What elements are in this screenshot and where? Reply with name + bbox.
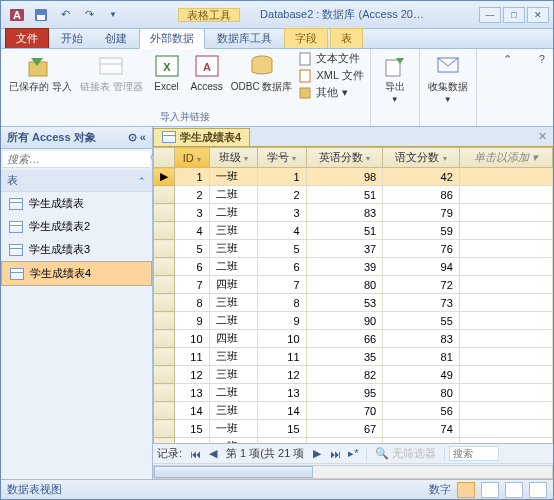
- column-header[interactable]: 班级 ▾: [209, 148, 258, 168]
- row-selector[interactable]: [154, 276, 175, 294]
- help-button[interactable]: ?: [539, 49, 553, 69]
- table-row[interactable]: 5三班53776: [154, 240, 553, 258]
- column-header[interactable]: 语文分数 ▾: [383, 148, 460, 168]
- column-header[interactable]: 英语分数 ▾: [306, 148, 383, 168]
- row-selector[interactable]: [154, 186, 175, 204]
- table-row[interactable]: 11三班113581: [154, 348, 553, 366]
- tab-home[interactable]: 开始: [51, 29, 93, 48]
- xml-file-icon: [298, 69, 312, 83]
- table-icon: [162, 131, 176, 143]
- table-row[interactable]: 15一班156774: [154, 420, 553, 438]
- nav-item[interactable]: 学生成绩表4: [1, 261, 152, 286]
- table-row[interactable]: 2二班25186: [154, 186, 553, 204]
- add-column-header[interactable]: 单击以添加 ▾: [459, 148, 552, 168]
- nav-search[interactable]: 🔍: [3, 151, 150, 168]
- column-header[interactable]: 学号 ▾: [258, 148, 307, 168]
- row-selector[interactable]: ▶: [154, 168, 175, 186]
- sql-view-button[interactable]: [505, 482, 523, 498]
- redo-icon[interactable]: ↷: [79, 5, 99, 25]
- table-row[interactable]: 14三班147056: [154, 402, 553, 420]
- collect-data-button[interactable]: 收集数据▼: [426, 51, 470, 107]
- app-window: A ↶ ↷ ▼ 表格工具 Database2 : 数据库 (Access 20……: [0, 0, 554, 500]
- datasheet[interactable]: ID ▾班级 ▾学号 ▾英语分数 ▾语文分数 ▾单击以添加 ▾▶1一班19842…: [153, 147, 553, 443]
- nav-item[interactable]: 学生成绩表2: [1, 215, 152, 238]
- nav-search-input[interactable]: [3, 151, 150, 167]
- tab-external-data[interactable]: 外部数据: [139, 28, 205, 49]
- design-view-button[interactable]: [481, 482, 499, 498]
- datasheet-view-button[interactable]: [457, 482, 475, 498]
- nav-item[interactable]: 学生成绩表3: [1, 238, 152, 261]
- svg-text:X: X: [163, 61, 171, 73]
- table-row[interactable]: ▶1一班19842: [154, 168, 553, 186]
- document-tab[interactable]: 学生成绩表4: [153, 128, 250, 146]
- tab-file[interactable]: 文件: [5, 28, 49, 48]
- xml-file-button[interactable]: XML 文件: [298, 68, 363, 83]
- new-record-button[interactable]: ▸*: [344, 447, 362, 460]
- row-selector[interactable]: [154, 402, 175, 420]
- record-search-input[interactable]: [449, 446, 499, 461]
- qat-dropdown-icon[interactable]: ▼: [103, 5, 123, 25]
- table-row[interactable]: 16一班166682: [154, 438, 553, 444]
- export-button[interactable]: 导出▼: [377, 51, 413, 107]
- column-header[interactable]: ID ▾: [175, 148, 210, 168]
- row-selector[interactable]: [154, 258, 175, 276]
- tab-fields[interactable]: 字段: [284, 28, 328, 48]
- nav-dropdown-icon[interactable]: ⊙ «: [128, 131, 146, 144]
- text-file-button[interactable]: 文本文件: [298, 51, 363, 66]
- access-app-icon[interactable]: A: [7, 5, 27, 25]
- table-row[interactable]: 10四班106683: [154, 330, 553, 348]
- tab-table[interactable]: 表: [330, 28, 363, 48]
- table-row[interactable]: 6二班63994: [154, 258, 553, 276]
- nav-header[interactable]: 所有 Access 对象⊙ «: [1, 127, 152, 149]
- table-row[interactable]: 4三班45159: [154, 222, 553, 240]
- row-selector[interactable]: [154, 438, 175, 444]
- ribbon-collapse-button[interactable]: ⌃: [495, 49, 520, 70]
- saved-imports-button[interactable]: 已保存的 导入: [7, 51, 74, 94]
- close-tab-button[interactable]: ✕: [532, 130, 553, 143]
- row-selector[interactable]: [154, 204, 175, 222]
- row-selector[interactable]: [154, 384, 175, 402]
- row-selector[interactable]: [154, 312, 175, 330]
- last-record-button[interactable]: ⏭: [326, 448, 344, 460]
- row-selector[interactable]: [154, 366, 175, 384]
- other-icon: [298, 86, 312, 100]
- tab-create[interactable]: 创建: [95, 29, 137, 48]
- row-selector[interactable]: [154, 348, 175, 366]
- table-row[interactable]: 13二班139580: [154, 384, 553, 402]
- linked-table-mgr-button[interactable]: 链接表 管理器: [78, 51, 145, 94]
- nav-item-label: 学生成绩表: [29, 196, 84, 211]
- next-record-button[interactable]: ▶: [308, 447, 326, 460]
- row-selector[interactable]: [154, 420, 175, 438]
- table-row[interactable]: 7四班78072: [154, 276, 553, 294]
- maximize-button[interactable]: □: [503, 7, 525, 23]
- excel-import-button[interactable]: XExcel: [149, 51, 185, 94]
- nav-group-tables[interactable]: 表⌃: [1, 170, 152, 192]
- row-selector[interactable]: [154, 330, 175, 348]
- minimize-button[interactable]: —: [479, 7, 501, 23]
- table-row[interactable]: 9二班99055: [154, 312, 553, 330]
- svg-text:A: A: [203, 61, 211, 73]
- save-icon[interactable]: [31, 5, 51, 25]
- other-import-button[interactable]: 其他 ▾: [298, 85, 363, 100]
- select-all-corner[interactable]: [154, 148, 175, 168]
- row-selector[interactable]: [154, 240, 175, 258]
- horizontal-scrollbar[interactable]: [153, 463, 553, 479]
- nav-item[interactable]: 学生成绩表: [1, 192, 152, 215]
- record-navigator: 记录: ⏮ ◀ 第 1 项(共 21 项 ▶ ⏭ ▸* 🔍 无筛选器: [153, 443, 553, 463]
- access-import-button[interactable]: AAccess: [189, 51, 225, 94]
- first-record-button[interactable]: ⏮: [186, 448, 204, 460]
- close-button[interactable]: ✕: [527, 7, 549, 23]
- table-row[interactable]: 8三班85373: [154, 294, 553, 312]
- layout-view-button[interactable]: [529, 482, 547, 498]
- table-icon: [9, 198, 23, 210]
- undo-icon[interactable]: ↶: [55, 5, 75, 25]
- nav-item-label: 学生成绩表2: [29, 219, 90, 234]
- prev-record-button[interactable]: ◀: [204, 447, 222, 460]
- odbc-import-button[interactable]: ODBC 数据库: [229, 51, 295, 94]
- row-selector[interactable]: [154, 222, 175, 240]
- tab-db-tools[interactable]: 数据库工具: [207, 29, 282, 48]
- table-row[interactable]: 12三班128249: [154, 366, 553, 384]
- row-selector[interactable]: [154, 294, 175, 312]
- no-filter-label[interactable]: 🔍 无筛选器: [371, 446, 440, 461]
- table-row[interactable]: 3二班38379: [154, 204, 553, 222]
